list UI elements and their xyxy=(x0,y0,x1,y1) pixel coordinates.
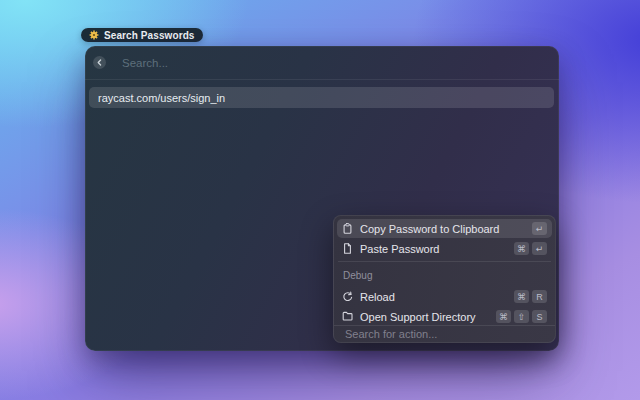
key-command: ⌘ xyxy=(496,310,511,323)
shortcut-keys: ⌘ ⇧ S xyxy=(496,310,547,323)
key-s: S xyxy=(532,310,547,323)
action-item-paste-password[interactable]: Paste Password ⌘ ↵ xyxy=(337,239,552,258)
action-item-reload[interactable]: Reload ⌘ R xyxy=(337,287,552,306)
action-item-label: Paste Password xyxy=(360,243,439,255)
action-item-copy-password[interactable]: Copy Password to Clipboard ↵ xyxy=(337,219,552,238)
clipboard-icon xyxy=(342,223,353,234)
key-return: ↵ xyxy=(532,242,547,255)
panel-divider xyxy=(338,261,551,262)
action-item-open-support-directory[interactable]: Open Support Directory ⌘ ⇧ S xyxy=(337,307,552,325)
action-panel-footer xyxy=(334,325,555,342)
action-panel: Copy Password to Clipboard ↵ Paste Passw… xyxy=(333,215,556,343)
shortcut-keys: ↵ xyxy=(532,222,547,235)
action-search-input[interactable] xyxy=(343,327,546,341)
back-button[interactable] xyxy=(93,56,106,69)
section-title-debug: Debug xyxy=(343,270,552,282)
window-header xyxy=(85,46,559,79)
action-panel-list: Copy Password to Clipboard ↵ Paste Passw… xyxy=(334,216,555,325)
reload-icon xyxy=(342,291,353,302)
command-badge: Search Passwords xyxy=(81,28,203,42)
key-return: ↵ xyxy=(532,222,547,235)
search-input[interactable] xyxy=(120,56,551,70)
command-badge-label: Search Passwords xyxy=(104,30,195,41)
folder-icon xyxy=(342,311,353,322)
key-command: ⌘ xyxy=(514,242,529,255)
key-shift: ⇧ xyxy=(514,310,529,323)
document-icon xyxy=(342,243,353,254)
chevron-left-icon xyxy=(95,58,104,67)
action-item-label: Copy Password to Clipboard xyxy=(360,223,499,235)
action-item-label: Reload xyxy=(360,291,395,303)
shortcut-keys: ⌘ R xyxy=(514,290,547,303)
password-item-title: raycast.com/users/sign_in xyxy=(98,92,225,104)
desktop-background: Search Passwords raycast.com/users/sign_… xyxy=(0,0,640,400)
action-item-label: Open Support Directory xyxy=(360,311,476,323)
header-divider xyxy=(85,79,559,80)
key-r: R xyxy=(532,290,547,303)
password-list-item[interactable]: raycast.com/users/sign_in xyxy=(89,87,554,108)
shortcut-keys: ⌘ ↵ xyxy=(514,242,547,255)
key-command: ⌘ xyxy=(514,290,529,303)
gear-icon xyxy=(89,30,99,40)
